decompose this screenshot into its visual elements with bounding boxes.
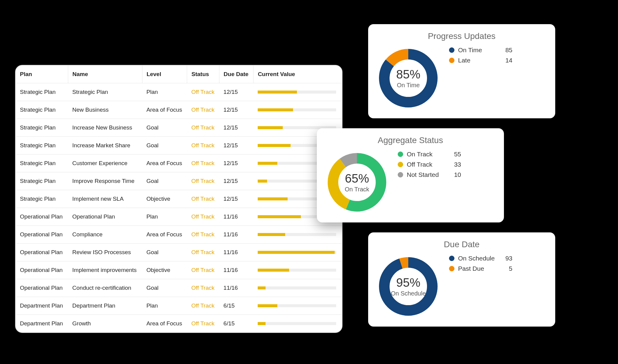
plan-cell: Strategic Plan <box>16 155 68 172</box>
due-date-card: Due Date 95% On Schedule On Schedule93Pa… <box>368 232 555 327</box>
table-row[interactable]: Operational PlanReview ISO ProcessesGoal… <box>16 244 342 261</box>
plan-cell: Strategic Plan <box>16 101 68 119</box>
legend-item: On Track55 <box>398 151 461 158</box>
due-cell: 12/15 <box>219 190 253 208</box>
plan-cell: Department Plan <box>16 315 68 333</box>
due-cell: 12/15 <box>219 119 253 137</box>
status-cell: Off Track <box>187 155 219 172</box>
table-header[interactable]: Current Value <box>253 65 342 83</box>
table-row[interactable]: Department PlanDepartment PlanPlanOff Tr… <box>16 297 342 315</box>
status-cell: Off Track <box>187 226 219 244</box>
due-donut: 95% On Schedule <box>377 255 440 318</box>
legend-label: Late <box>458 57 499 64</box>
due-cell: 11/16 <box>219 244 253 261</box>
table-row[interactable]: Strategic PlanIncrease New BusinessGoalO… <box>16 119 342 137</box>
progress-bar <box>258 233 336 236</box>
level-cell: Goal <box>142 279 187 297</box>
level-cell: Goal <box>142 244 187 261</box>
plan-cell: Strategic Plan <box>16 190 68 208</box>
legend-swatch <box>449 266 454 271</box>
aggregate-status-card: Aggregate Status 65% On Track On Track55… <box>317 128 504 222</box>
legend-label: Not Started <box>407 171 448 178</box>
legend-swatch <box>398 162 403 167</box>
progress-bar <box>258 286 336 289</box>
progress-fill <box>258 197 288 200</box>
level-cell: Objective <box>142 261 187 279</box>
progress-updates-card: Progress Updates 85% On Time On Time85La… <box>368 24 555 118</box>
plan-cell: Operational Plan <box>16 208 68 226</box>
status-cell: Off Track <box>187 190 219 208</box>
status-cell: Off Track <box>187 279 219 297</box>
aggregate-legend: On Track55Off Track33Not Started10 <box>398 151 461 178</box>
name-cell: Conduct re-certification <box>68 279 142 297</box>
progress-legend: On Time85Late14 <box>449 46 512 64</box>
legend-swatch <box>449 47 454 53</box>
progress-cell <box>253 297 342 315</box>
level-cell: Goal <box>142 119 187 137</box>
table-row[interactable]: Strategic PlanImprove Response TimeGoalO… <box>16 172 342 190</box>
name-cell: Increase New Business <box>68 119 142 137</box>
table-row[interactable]: Strategic PlanImplement new SLAObjective… <box>16 190 342 208</box>
progress-fill <box>258 108 293 111</box>
level-cell: Plan <box>142 83 187 101</box>
progress-bar <box>258 251 336 254</box>
table-row[interactable]: Strategic PlanCustomer ExperienceArea of… <box>16 155 342 172</box>
plans-table-head: PlanNameLevelStatusDue DateCurrent Value <box>16 65 342 83</box>
status-cell: Off Track <box>187 119 219 137</box>
plan-cell: Strategic Plan <box>16 83 68 101</box>
progress-cell <box>253 261 342 279</box>
legend-label: On Time <box>458 46 499 54</box>
table-row[interactable]: Department PlanGrowthArea of FocusOff Tr… <box>16 315 342 333</box>
progress-cell <box>253 83 342 101</box>
plan-cell: Strategic Plan <box>16 172 68 190</box>
progress-fill <box>258 180 267 183</box>
level-cell: Area of Focus <box>142 315 187 333</box>
table-row[interactable]: Strategic PlanStrategic PlanPlanOff Trac… <box>16 83 342 101</box>
legend-value: 93 <box>503 255 512 262</box>
table-row[interactable]: Operational PlanComplianceArea of FocusO… <box>16 226 342 244</box>
table-header[interactable]: Level <box>142 65 187 83</box>
name-cell: Customer Experience <box>68 155 142 172</box>
level-cell: Area of Focus <box>142 155 187 172</box>
legend-label: On Track <box>407 151 448 158</box>
donut-percent: 95% <box>396 276 420 289</box>
progress-cell <box>253 279 342 297</box>
card-title: Aggregate Status <box>325 136 495 145</box>
progress-fill <box>258 251 335 254</box>
due-cell: 6/15 <box>219 297 253 315</box>
table-header[interactable]: Status <box>187 65 219 83</box>
plan-cell: Strategic Plan <box>16 137 68 155</box>
donut-percent: 65% <box>345 172 369 185</box>
table-row[interactable]: Strategic PlanIncrease Market ShareGoalO… <box>16 137 342 155</box>
table-row[interactable]: Operational PlanOperational PlanPlanOff … <box>16 208 342 226</box>
name-cell: Growth <box>68 315 142 333</box>
status-cell: Off Track <box>187 208 219 226</box>
plans-table-card: PlanNameLevelStatusDue DateCurrent Value… <box>15 65 342 333</box>
progress-bar <box>258 108 336 111</box>
status-cell: Off Track <box>187 137 219 155</box>
progress-cell <box>253 315 342 333</box>
table-header[interactable]: Due Date <box>219 65 253 83</box>
table-row[interactable]: Operational PlanConduct re-certification… <box>16 279 342 297</box>
table-row[interactable]: Strategic PlanNew BusinessArea of FocusO… <box>16 101 342 119</box>
table-header[interactable]: Name <box>68 65 142 83</box>
progress-bar <box>258 269 336 272</box>
table-header[interactable]: Plan <box>16 65 68 83</box>
table-row[interactable]: Operational PlanImplement improvementsOb… <box>16 261 342 279</box>
progress-bar <box>258 322 336 325</box>
progress-fill <box>258 304 277 307</box>
due-cell: 12/15 <box>219 155 253 172</box>
legend-item: Not Started10 <box>398 171 461 178</box>
progress-fill <box>258 322 266 325</box>
status-cell: Off Track <box>187 261 219 279</box>
status-cell: Off Track <box>187 315 219 333</box>
progress-fill <box>258 126 283 129</box>
due-cell: 11/16 <box>219 208 253 226</box>
legend-value: 14 <box>503 57 512 64</box>
level-cell: Area of Focus <box>142 226 187 244</box>
plan-cell: Operational Plan <box>16 261 68 279</box>
progress-bar <box>258 91 336 94</box>
name-cell: Increase Market Share <box>68 137 142 155</box>
due-cell: 11/16 <box>219 279 253 297</box>
plan-cell: Strategic Plan <box>16 119 68 137</box>
